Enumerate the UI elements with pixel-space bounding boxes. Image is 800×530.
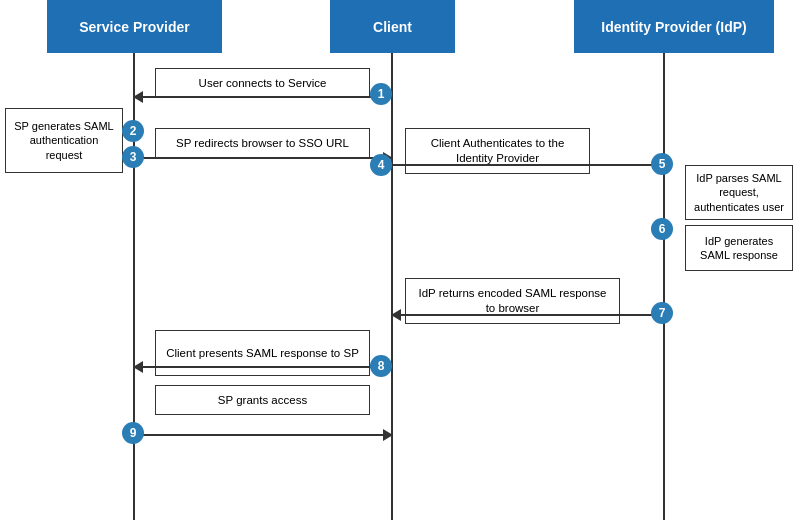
note-idp-generates: IdP generates SAML response bbox=[685, 225, 793, 271]
saml-diagram: Service Provider Client Identity Provide… bbox=[0, 0, 800, 530]
step-1: 1 bbox=[370, 83, 392, 105]
note-sp-generates: SP generates SAML authentication request bbox=[5, 108, 123, 173]
arrow-2b bbox=[134, 157, 392, 159]
msg-sp-grants: SP grants access bbox=[155, 385, 370, 415]
msg-client-auth: Client Authenticates to the Identity Pro… bbox=[405, 128, 590, 174]
step-3: 3 bbox=[122, 146, 144, 168]
actor-idp: Identity Provider (IdP) bbox=[574, 0, 774, 53]
lifeline-client bbox=[391, 53, 393, 520]
msg-user-connects: User connects to Service bbox=[155, 68, 370, 98]
step-9: 9 bbox=[122, 422, 144, 444]
actor-sp: Service Provider bbox=[47, 0, 222, 53]
lifeline-idp bbox=[663, 53, 665, 520]
msg-client-presents: Client presents SAML response to SP bbox=[155, 330, 370, 376]
step-6: 6 bbox=[651, 218, 673, 240]
arrow-3 bbox=[392, 164, 664, 166]
step-7: 7 bbox=[651, 302, 673, 324]
step-8: 8 bbox=[370, 355, 392, 377]
actor-client: Client bbox=[330, 0, 455, 53]
arrow-7 bbox=[392, 314, 664, 316]
note-idp-parses: IdP parses SAML request, authenticates u… bbox=[685, 165, 793, 220]
arrow-9 bbox=[134, 434, 392, 436]
step-4: 4 bbox=[370, 154, 392, 176]
msg-idp-returns: IdP returns encoded SAML response to bro… bbox=[405, 278, 620, 324]
arrow-8 bbox=[134, 366, 392, 368]
step-5: 5 bbox=[651, 153, 673, 175]
arrow-1 bbox=[134, 96, 392, 98]
msg-sp-redirects: SP redirects browser to SSO URL bbox=[155, 128, 370, 158]
step-2: 2 bbox=[122, 120, 144, 142]
